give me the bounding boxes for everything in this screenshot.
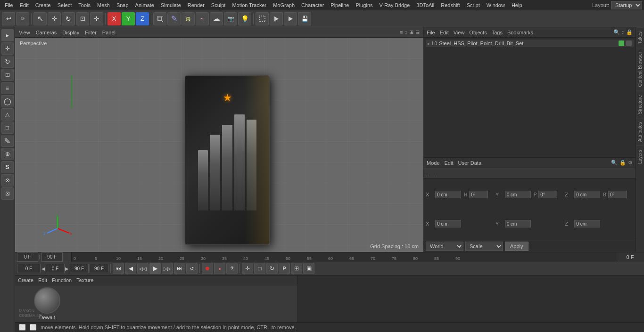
menu-vray[interactable]: V-Ray Bridge — [377, 1, 413, 9]
transport-end1[interactable] — [70, 264, 89, 273]
menu-help[interactable]: Help — [509, 1, 525, 9]
menu-snap[interactable]: Snap — [114, 1, 132, 9]
render-region-button[interactable] — [256, 12, 269, 25]
vp-icon-1[interactable]: ≡ — [400, 29, 403, 35]
render-view-button[interactable] — [270, 12, 283, 25]
end-frame-input[interactable] — [41, 252, 63, 262]
tab-attributes[interactable]: Attributes — [636, 118, 644, 146]
status-icon-2[interactable]: ⬜ — [30, 324, 37, 331]
attr-settings-icon[interactable]: ⚙ — [628, 160, 633, 166]
rot-p-input[interactable] — [538, 191, 557, 198]
sidebar-tool-9[interactable]: ✎ — [1, 135, 14, 147]
scale-tool-button[interactable]: ⊡ — [76, 12, 89, 25]
menu-character[interactable]: Character — [298, 1, 327, 9]
menu-redshift[interactable]: Redshift — [438, 1, 462, 9]
start-frame-input[interactable] — [17, 252, 38, 262]
auto-key-button[interactable]: ● — [214, 263, 225, 274]
om-objects[interactable]: Objects — [469, 30, 487, 35]
mat-texture[interactable]: Texture — [76, 277, 93, 283]
camera-button[interactable]: 📷 — [224, 12, 237, 25]
mat-create[interactable]: Create — [18, 277, 33, 283]
go-last-button[interactable]: ⏭ — [174, 263, 185, 274]
vp-menu-cameras[interactable]: Cameras — [36, 30, 57, 35]
extra-3[interactable]: ↻ — [266, 263, 278, 274]
mat-edit[interactable]: Edit — [38, 277, 47, 283]
redo-button[interactable]: ⟳ — [16, 12, 29, 25]
pos-y-input[interactable] — [505, 191, 531, 198]
sidebar-tool-11[interactable]: S — [1, 161, 14, 173]
sidebar-tool-12[interactable]: ⊗ — [1, 174, 14, 186]
go-first-button[interactable]: ⏮ — [113, 263, 124, 274]
sidebar-tool-3[interactable]: ↻ — [1, 56, 14, 68]
nurbs-button[interactable]: ⊕ — [182, 12, 195, 25]
tab-content-browser[interactable]: Content Browser — [636, 48, 644, 90]
sidebar-tool-2[interactable]: ✛ — [1, 42, 14, 55]
menu-tools[interactable]: Tools — [75, 1, 93, 9]
extra-6[interactable]: ▣ — [303, 263, 314, 274]
om-edit[interactable]: Edit — [440, 30, 449, 35]
render-settings-button[interactable]: 💾 — [298, 12, 311, 25]
menu-sculpt[interactable]: Sculpt — [208, 1, 229, 9]
menu-plugins[interactable]: Plugins — [353, 1, 375, 9]
sidebar-tool-4[interactable]: ⊡ — [1, 69, 14, 81]
play-button[interactable]: ▶ — [149, 263, 161, 274]
extra-1[interactable]: ✛ — [242, 263, 253, 274]
x-axis-button[interactable]: X — [107, 12, 121, 25]
next-step-button[interactable]: ▷▷ — [162, 263, 173, 274]
sidebar-tool-13[interactable]: ⊠ — [1, 187, 14, 200]
attr-user-data[interactable]: User Data — [458, 160, 482, 166]
frame-step-down[interactable]: ◀ — [41, 266, 45, 271]
sidebar-tool-7[interactable]: △ — [1, 108, 14, 121]
material-thumbnail[interactable] — [34, 287, 60, 314]
attr-mode[interactable]: Mode — [427, 160, 440, 166]
object-visibility-dot[interactable] — [619, 40, 624, 46]
object-row[interactable]: ▸ L0 Steel_HSS_Pilot_Point_Drill_Bit_Set — [426, 40, 634, 47]
loop-button[interactable]: ↺ — [186, 263, 198, 274]
menu-render[interactable]: Render — [185, 1, 207, 9]
spline-button[interactable]: ✎ — [167, 12, 181, 25]
transport-end2[interactable] — [90, 264, 108, 273]
prev-step-button[interactable]: ◁◁ — [137, 263, 149, 274]
object-render-dot[interactable] — [626, 40, 632, 46]
menu-simulate[interactable]: Simulate — [158, 1, 184, 9]
om-search-icon[interactable]: 🔍 — [613, 29, 620, 35]
deformer-button[interactable]: ~ — [196, 12, 209, 25]
undo-button[interactable]: ↩ — [2, 12, 15, 25]
scale-x-input[interactable] — [435, 220, 461, 227]
extra-2[interactable]: □ — [254, 263, 265, 274]
extra-5[interactable]: ⊞ — [291, 263, 302, 274]
help-button[interactable]: ? — [226, 263, 238, 274]
vp-icon-4[interactable]: ⊟ — [415, 29, 420, 35]
menu-pipeline[interactable]: Pipeline — [328, 1, 352, 9]
om-tags[interactable]: Tags — [492, 30, 503, 35]
menu-file[interactable]: File — [2, 1, 16, 9]
extra-4[interactable]: P — [279, 263, 290, 274]
transform-tool-button[interactable]: ✛ — [90, 12, 103, 25]
world-dropdown[interactable]: World Local — [426, 242, 463, 251]
rot-b-input[interactable] — [608, 191, 627, 198]
attr-lock-icon[interactable]: 🔒 — [619, 160, 626, 166]
vp-icon-3[interactable]: ⊞ — [409, 29, 413, 35]
menu-select[interactable]: Select — [55, 1, 75, 9]
menu-window[interactable]: Window — [484, 1, 508, 9]
sidebar-tool-5[interactable]: ≡ — [1, 82, 14, 94]
tab-structure[interactable]: Structure — [636, 91, 644, 118]
prev-frame-button[interactable]: ◀ — [125, 263, 136, 274]
menu-animate[interactable]: Animate — [132, 1, 157, 9]
menu-motion-tracker[interactable]: Motion Tracker — [229, 1, 269, 9]
transport-start-frame[interactable] — [17, 264, 41, 273]
environment-button[interactable]: ☁ — [210, 12, 223, 25]
vp-icon-2[interactable]: ↕ — [405, 29, 408, 35]
vp-menu-view[interactable]: View — [19, 30, 30, 35]
sidebar-tool-6[interactable]: ◯ — [1, 95, 14, 107]
menu-create[interactable]: Create — [33, 1, 54, 9]
vp-menu-filter[interactable]: Filter — [85, 30, 96, 35]
sidebar-tool-1[interactable]: ▸ — [1, 29, 14, 41]
om-view[interactable]: View — [454, 30, 465, 35]
select-tool-button[interactable]: ↖ — [33, 12, 47, 25]
om-lock-icon[interactable]: 🔒 — [626, 29, 633, 35]
attr-edit[interactable]: Edit — [445, 160, 454, 166]
menu-3dtoall[interactable]: 3DToAll — [413, 1, 437, 9]
status-icon-1[interactable]: ⬜ — [19, 324, 26, 331]
rot-h-input[interactable] — [469, 191, 488, 198]
